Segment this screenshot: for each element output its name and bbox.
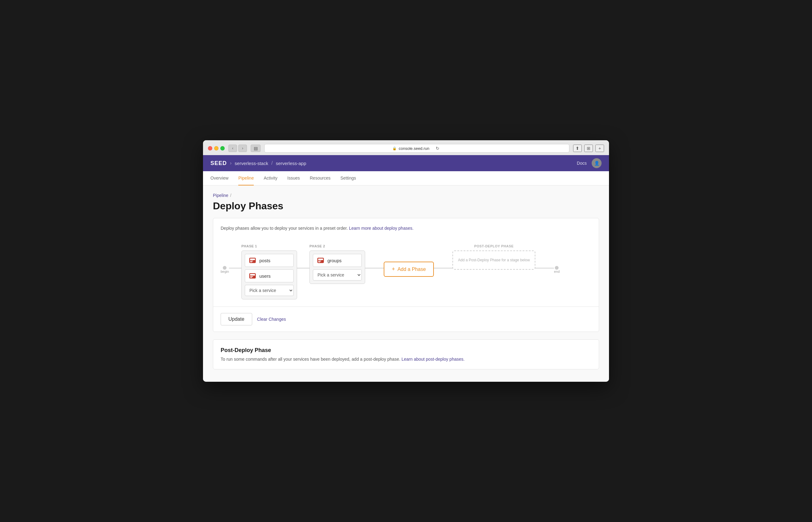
docs-link[interactable]: Docs (577, 161, 587, 166)
traffic-lights (208, 146, 225, 150)
post-deploy-phase-label: POST-DEPLOY PHASE (453, 244, 535, 248)
nav-tabs: Overview Pipeline Activity Issues Resour… (203, 171, 609, 185)
service-posts-name: posts (259, 258, 270, 263)
tab-activity[interactable]: Activity (264, 171, 277, 185)
address-bar[interactable]: 🔒 console.seed.run ↻ (264, 144, 569, 153)
svg-rect-10 (318, 261, 321, 261)
main-content: Pipeline / Deploy Phases Deploy phases a… (203, 185, 609, 382)
phase2-block: PHASE 2 (309, 244, 365, 284)
tab-issues[interactable]: Issues (288, 171, 300, 185)
post-deploy-card: Add a Post-Deploy Phase for a stage belo… (453, 250, 535, 270)
end-dot (555, 266, 559, 270)
service-users-item: users (245, 269, 294, 282)
clear-changes-button[interactable]: Clear Changes (257, 317, 286, 322)
back-button[interactable]: ‹ (228, 145, 237, 152)
add-phase-label: Add a Phase (397, 266, 426, 272)
breadcrumb: Pipeline / (213, 193, 599, 198)
breadcrumb-divider: / (230, 193, 231, 198)
minimize-button[interactable] (214, 146, 218, 150)
nav-buttons: ‹ › (228, 145, 247, 152)
svg-rect-2 (250, 261, 253, 261)
breadcrumb-sep1: › (230, 160, 231, 166)
breadcrumb-stack[interactable]: serverless-stack (234, 161, 268, 166)
plus-button[interactable]: + (596, 145, 604, 152)
service-groups-name: groups (327, 258, 341, 263)
deploy-phases-card: Deploy phases allow you to deploy your s… (213, 218, 599, 332)
svg-rect-6 (250, 276, 253, 277)
connector-add-post (434, 268, 453, 268)
connector-post-end (535, 268, 554, 268)
post-deploy-block: POST-DEPLOY PHASE Add a Post-Deploy Phas… (453, 244, 535, 270)
begin-dot (223, 266, 227, 270)
description-text: Deploy phases allow you to deploy your s… (221, 226, 591, 230)
tab-pipeline[interactable]: Pipeline (238, 171, 254, 185)
post-deploy-section: Post-Deploy Phase To run some commands a… (213, 339, 599, 369)
update-button[interactable]: Update (221, 313, 252, 325)
svg-rect-9 (318, 259, 323, 260)
learn-post-deploy-link[interactable]: Learn about post-deploy phases. (401, 357, 464, 362)
post-deploy-description: Add a Post-Deploy Phase for a stage belo… (458, 257, 530, 263)
phase2-card: groups Pick a service (309, 250, 365, 284)
svg-rect-11 (318, 262, 320, 262)
share-button[interactable]: ⬆ (573, 145, 582, 152)
phase1-block: PHASE 1 (242, 244, 297, 299)
groups-icon (317, 257, 324, 263)
browser-actions: ⬆ ⊞ + (573, 145, 604, 152)
connector-p2-add (365, 268, 384, 268)
breadcrumb-sep2: / (271, 160, 273, 166)
phase2-pick-service[interactable]: Pick a service (313, 269, 362, 281)
card-body: Deploy phases allow you to deploy your s… (213, 218, 599, 307)
add-phase-container: + Add a Phase (384, 262, 434, 277)
posts-icon (249, 257, 256, 263)
tab-resources[interactable]: Resources (310, 171, 331, 185)
phase1-pick-service[interactable]: Pick a service (245, 285, 294, 296)
refresh-button[interactable]: ↻ (434, 145, 441, 152)
tab-settings[interactable]: Settings (340, 171, 356, 185)
page-title: Deploy Phases (213, 200, 599, 212)
svg-rect-3 (250, 262, 252, 262)
header-left: SEED › serverless-stack / serverless-app (210, 160, 306, 166)
service-posts-item: posts (245, 254, 294, 267)
users-icon (249, 273, 256, 279)
close-button[interactable] (208, 146, 212, 150)
svg-rect-5 (250, 274, 255, 276)
forward-button[interactable]: › (238, 145, 247, 152)
add-phase-button[interactable]: + Add a Phase (384, 262, 434, 277)
header-right: Docs 👤 (577, 158, 602, 168)
new-tab-button[interactable]: ⊞ (584, 145, 593, 152)
connector-p1-p2 (297, 268, 309, 268)
service-users-name: users (259, 274, 271, 279)
lock-icon: 🔒 (392, 146, 397, 150)
svg-rect-1 (250, 259, 255, 260)
post-deploy-section-desc: To run some commands after all your serv… (221, 357, 591, 362)
breadcrumb-pipeline-link[interactable]: Pipeline (213, 193, 228, 198)
sidebar-button[interactable]: ▤ (251, 145, 261, 152)
maximize-button[interactable] (220, 146, 225, 150)
service-groups-item: groups (313, 254, 362, 267)
end-label: end (554, 270, 560, 274)
phase1-card: posts (242, 250, 297, 299)
post-deploy-section-title: Post-Deploy Phase (221, 347, 591, 354)
svg-rect-7 (250, 277, 252, 278)
connector-begin-p1 (229, 268, 242, 268)
breadcrumb-app[interactable]: serverless-app (276, 161, 306, 166)
phase1-label: PHASE 1 (242, 244, 297, 248)
phase2-label: PHASE 2 (309, 244, 365, 248)
pipeline-flow: begin PHASE 1 (221, 238, 591, 299)
begin-label: begin (221, 270, 229, 274)
plus-icon: + (392, 266, 395, 273)
action-row: Update Clear Changes (213, 306, 599, 332)
learn-more-link[interactable]: Learn more about deploy phases. (349, 226, 414, 230)
app-header: SEED › serverless-stack / serverless-app… (203, 155, 609, 171)
seed-logo[interactable]: SEED (210, 160, 227, 166)
tab-overview[interactable]: Overview (210, 171, 228, 185)
url-text: console.seed.run (399, 146, 429, 151)
avatar: 👤 (592, 158, 602, 168)
